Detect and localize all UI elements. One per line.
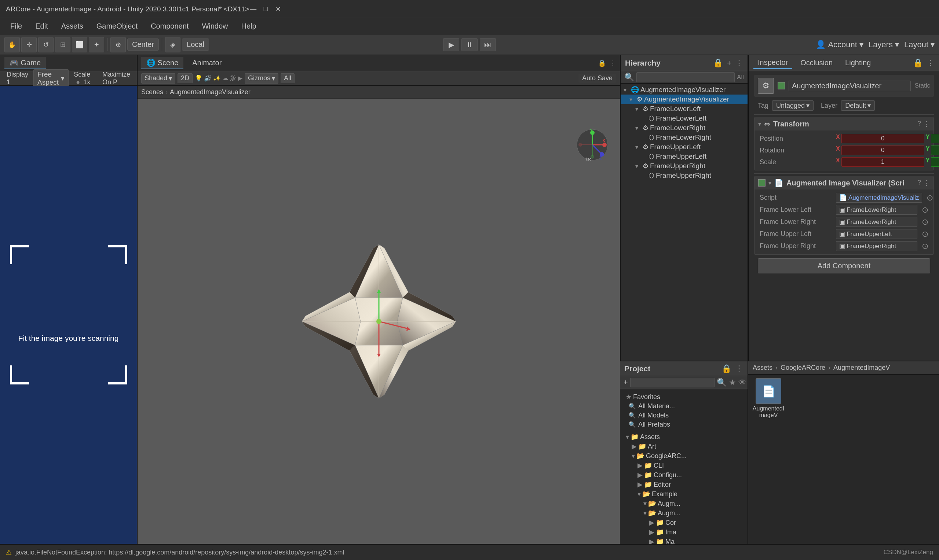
assets-ma[interactable]: ▶ 📁 Ma — [620, 537, 748, 544]
scale-tool[interactable]: ⊞ — [55, 37, 71, 52]
asset-augvisualizer[interactable]: 📄 AugmentedImageV — [752, 378, 785, 418]
layer-dropdown[interactable]: Default ▾ — [841, 100, 875, 111]
close-button[interactable]: ✕ — [274, 5, 282, 13]
pivot-toggle[interactable]: ⊕ — [110, 37, 126, 52]
hand-tool[interactable]: ✋ — [5, 37, 20, 52]
layout-button[interactable]: Layout ▾ — [904, 40, 934, 49]
all-dropdown[interactable]: All — [281, 73, 294, 83]
hierarchy-item-8[interactable]: ▾ ⚙ FrameUpperRight — [621, 161, 748, 171]
add-component-button[interactable]: Add Component — [758, 258, 930, 274]
assets-augm2[interactable]: ▾ 📂 Augm... — [620, 508, 748, 518]
active-checkbox[interactable] — [778, 82, 785, 89]
transform-tool[interactable]: ✦ — [89, 37, 104, 52]
breadcrumb-scenes[interactable]: Scenes — [141, 88, 163, 96]
rot-x-input[interactable] — [842, 146, 924, 155]
shaded-dropdown[interactable]: Shaded ▾ — [141, 73, 175, 83]
menu-gameobject[interactable]: GameObject — [91, 20, 143, 32]
scale-x-input[interactable] — [842, 157, 924, 167]
fur-circle[interactable]: ⊙ — [922, 242, 928, 251]
local-label[interactable]: Local — [182, 38, 209, 51]
transform-header[interactable]: ▾ ⇔ Transform ? ⋮ — [754, 117, 933, 131]
breadcrumb-visualizer[interactable]: AugmentedImageVisualizer — [170, 88, 251, 96]
augvis-help[interactable]: ? — [917, 179, 921, 187]
assets-path-googlear[interactable]: GoogleARCore — [780, 364, 825, 372]
tab-game[interactable]: 🎮 Game — [5, 57, 46, 69]
assets-ima[interactable]: ▶ 📁 Ima — [620, 528, 748, 537]
tab-scene[interactable]: 🌐 Scene — [141, 57, 183, 69]
transform-help[interactable]: ? — [917, 120, 921, 128]
hierarchy-add[interactable]: + — [727, 58, 731, 68]
flr-circle[interactable]: ⊙ — [922, 217, 928, 227]
menu-component[interactable]: Component — [145, 20, 194, 32]
comp-checkbox[interactable] — [758, 179, 765, 186]
play-button[interactable]: ▶ — [443, 38, 459, 51]
pause-button[interactable]: ⏸ — [461, 38, 478, 51]
project-search-input[interactable] — [630, 378, 714, 388]
assets-googlearc[interactable]: ▾ 📂 GoogleARC... — [620, 451, 748, 461]
assets-example[interactable]: ▾ 📂 Example — [620, 489, 748, 499]
space-toggle[interactable]: ◈ — [165, 37, 180, 52]
menu-help[interactable]: Help — [236, 20, 262, 32]
assets-root[interactable]: ▾ 📁 Assets — [620, 432, 748, 442]
script-circle-btn[interactable]: ⊙ — [927, 193, 933, 203]
aspect-dropdown[interactable]: Free Aspect ▾ — [33, 69, 69, 88]
menu-window[interactable]: Window — [196, 20, 234, 32]
step-button[interactable]: ⏭ — [480, 38, 496, 51]
proj-star[interactable]: ★ — [729, 378, 736, 388]
menu-edit[interactable]: Edit — [29, 20, 54, 32]
object-name-input[interactable] — [789, 81, 911, 91]
assets-augm1[interactable]: ▾ 📂 Augm... — [620, 499, 748, 508]
hierarchy-item-9[interactable]: ▾ ⬡ FrameUpperRight — [621, 171, 748, 180]
hierarchy-item-5[interactable]: ▾ ⬡ FrameLowerRight — [621, 133, 748, 142]
hierarchy-more[interactable]: ⋮ — [735, 58, 743, 68]
menu-assets[interactable]: Assets — [56, 20, 89, 32]
fav-prefabs[interactable]: 🔍 All Prefabs — [620, 420, 748, 429]
layers-button[interactable]: Layers ▾ — [868, 40, 899, 49]
tab-inspector[interactable]: Inspector — [753, 57, 792, 69]
hierarchy-item-3[interactable]: ▾ ⬡ FrameLowerLeft — [621, 114, 748, 123]
scale-y-input[interactable] — [931, 157, 939, 167]
assets-path-augm[interactable]: AugmentedImageV — [833, 364, 890, 372]
hierarchy-item-4[interactable]: ▾ ⚙ FrameLowerRight — [621, 123, 748, 133]
pos-y-input[interactable] — [931, 134, 939, 143]
hierarchy-item-1[interactable]: ▾ ⚙ AugmentedImageVisualizer — [621, 95, 748, 104]
maximize-button[interactable]: □ — [262, 5, 270, 13]
fll-circle[interactable]: ⊙ — [922, 205, 928, 215]
transform-menu[interactable]: ⋮ — [923, 120, 930, 128]
hierarchy-search-input[interactable] — [637, 72, 735, 82]
tab-lighting[interactable]: Lighting — [841, 57, 875, 69]
move-tool[interactable]: ✛ — [21, 37, 37, 52]
augvis-menu[interactable]: ⋮ — [923, 179, 930, 187]
hierarchy-item-6[interactable]: ▾ ⚙ FrameUpperLeft — [621, 142, 748, 152]
rot-y-input[interactable] — [931, 146, 939, 155]
assets-editor[interactable]: ▶ 📁 Editor — [620, 480, 748, 489]
assets-cor[interactable]: ▶ 📁 Cor — [620, 518, 748, 528]
menu-file[interactable]: File — [5, 20, 28, 32]
gizmos-dropdown[interactable]: Gizmos ▾ — [245, 73, 278, 83]
account-button[interactable]: 👤 Account ▾ — [816, 40, 863, 49]
pos-x-input[interactable] — [842, 134, 924, 143]
proj-eye[interactable]: 👁 — [739, 378, 746, 388]
render2d-dropdown[interactable]: 2D — [177, 73, 193, 83]
tag-dropdown[interactable]: Untagged ▾ — [772, 100, 814, 111]
assets-config[interactable]: ▶ 📁 Configu... — [620, 470, 748, 480]
favorites-header-item[interactable]: ★ Favorites — [620, 392, 748, 402]
tab-occlusion[interactable]: Occlusion — [796, 57, 837, 69]
center-label[interactable]: Center — [127, 38, 159, 51]
hierarchy-item-7[interactable]: ▾ ⬡ FrameUpperLeft — [621, 152, 748, 161]
rotate-tool[interactable]: ↺ — [38, 37, 54, 52]
assets-path-assets[interactable]: Assets — [752, 364, 772, 372]
minimize-button[interactable]: — — [249, 5, 257, 13]
tab-animator[interactable]: Animator — [187, 57, 227, 69]
rect-tool[interactable]: ⬜ — [72, 37, 87, 52]
hierarchy-item-root[interactable]: ▾ 🌐 AugmentedImageVisualizer — [621, 85, 748, 95]
fav-models[interactable]: 🔍 All Models — [620, 411, 748, 420]
assets-art[interactable]: ▶ 📁 Art — [620, 442, 748, 451]
insp-more[interactable]: ⋮ — [927, 58, 934, 68]
proj-more[interactable]: ⋮ — [735, 364, 743, 374]
hierarchy-item-2[interactable]: ▾ ⚙ FrameLowerLeft — [621, 104, 748, 114]
fav-materials[interactable]: 🔍 All Materia... — [620, 402, 748, 411]
ful-circle[interactable]: ⊙ — [922, 229, 928, 239]
assets-cli[interactable]: ▶ 📁 CLI — [620, 461, 748, 470]
augvisualizer-header[interactable]: ▾ 📄 Augmented Image Visualizer (Scri ? ⋮ — [754, 176, 933, 189]
